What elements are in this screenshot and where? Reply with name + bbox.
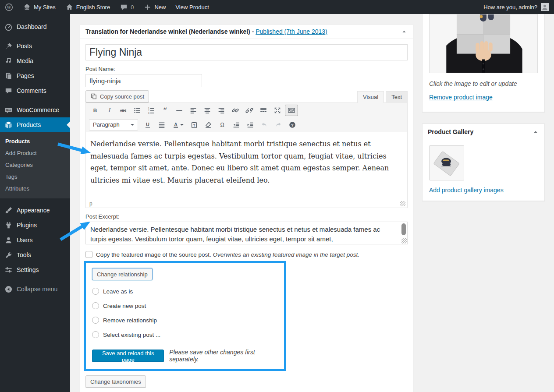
horizontal-rule-button[interactable] <box>173 105 186 116</box>
site-name[interactable]: English Store <box>60 0 115 14</box>
submenu-item-categories[interactable]: Categories <box>0 159 70 171</box>
scrollbar-thumb[interactable] <box>401 223 406 235</box>
sidebar-item-tools[interactable]: Tools <box>0 247 70 262</box>
submenu-item-tags[interactable]: Tags <box>0 171 70 183</box>
indent-button[interactable] <box>244 119 257 131</box>
wordpress-logo[interactable]: W <box>0 0 18 14</box>
sidebar-item-posts[interactable]: Posts <box>0 39 70 53</box>
title-input[interactable] <box>85 44 408 60</box>
submenu-item-products[interactable]: Products <box>0 135 70 147</box>
collapse-panel-icon[interactable] <box>401 28 408 35</box>
settings-icon <box>4 266 13 274</box>
editor-content[interactable]: Nederlandse versie. Pellentesque habitan… <box>86 132 407 199</box>
sidebar-item-users[interactable]: Users <box>0 233 70 247</box>
link-button[interactable] <box>229 105 242 116</box>
link-icon <box>231 106 239 114</box>
italic-button[interactable]: I <box>103 105 116 116</box>
gallery-thumbnail[interactable] <box>429 145 464 180</box>
svg-text:“: “ <box>163 106 167 114</box>
underline-button[interactable]: U <box>141 119 154 131</box>
post-excerpt-textarea[interactable]: Nederlandse versie. Pellentesque habitan… <box>85 222 408 244</box>
bold-button[interactable]: B <box>89 105 102 116</box>
remove-product-image-link[interactable]: Remove product image <box>429 94 493 101</box>
new-content[interactable]: New <box>138 0 170 14</box>
sidebar-item-appearance[interactable]: Appearance <box>0 203 70 218</box>
sidebar-item-settings[interactable]: Settings <box>0 262 70 277</box>
horizontal-rule-icon <box>175 106 183 114</box>
text-color-button[interactable]: A <box>169 119 187 131</box>
comments-shortcut-label: 0 <box>131 4 134 11</box>
comments-icon <box>4 87 13 95</box>
copy-source-post-button[interactable]: Copy source post <box>85 90 149 102</box>
blockquote-button[interactable]: “ <box>159 105 172 116</box>
sidebar-item-dashboard[interactable]: Dashboard <box>0 19 70 34</box>
relationship-radio-2[interactable] <box>92 317 99 324</box>
change-taxonomies-button[interactable]: Change taxonomies <box>85 375 146 388</box>
collapse-icon <box>4 285 13 293</box>
paste-as-text-button[interactable]: T <box>188 119 201 131</box>
outdent-button[interactable] <box>230 119 243 131</box>
align-right-button[interactable] <box>215 105 228 116</box>
italic-icon: I <box>105 106 113 114</box>
save-and-reload-button[interactable]: Save and reload this page <box>92 350 164 362</box>
unlink-button[interactable] <box>243 105 256 116</box>
sidebar-item-comments[interactable]: Comments <box>0 83 70 98</box>
relationship-radio-3[interactable] <box>92 331 99 338</box>
my-sites-label: My Sites <box>34 4 56 11</box>
justify-button[interactable] <box>155 119 168 131</box>
my-sites[interactable]: My Sites <box>18 0 60 14</box>
bullet-list-button[interactable] <box>131 105 144 116</box>
relationship-section: Change relationship Leave as isCreate ne… <box>84 261 286 371</box>
submenu-item-attributes[interactable]: Attributes <box>0 183 70 194</box>
published-date-link[interactable]: Published (7th June 2013) <box>256 28 327 35</box>
wordpress-icon: W <box>5 3 13 11</box>
excerpt-resize-handle[interactable] <box>401 238 407 244</box>
clear-formatting-button[interactable] <box>202 119 215 131</box>
strikethrough-button[interactable]: ABC <box>117 105 130 116</box>
kitchen-sink-button[interactable] <box>285 105 298 116</box>
more-tag-button[interactable] <box>257 105 270 116</box>
align-left-button[interactable] <box>187 105 200 116</box>
post-name-input[interactable] <box>85 74 202 87</box>
outdent-icon <box>232 121 240 129</box>
comments-shortcut[interactable]: 0 <box>115 0 138 14</box>
tab-text[interactable]: Text <box>386 91 408 103</box>
underline-icon: U <box>144 121 152 129</box>
paragraph-format-select[interactable]: Paragraph <box>89 119 138 131</box>
sidebar-item-products[interactable]: Products <box>0 117 70 132</box>
undo-button[interactable] <box>258 119 271 131</box>
relationship-option-row: Select existing post ... <box>92 331 278 338</box>
fullscreen-button[interactable] <box>271 105 284 116</box>
postbox-title-separator: - <box>250 28 256 35</box>
admin-bar: WMy SitesEnglish Store0NewView Product H… <box>0 0 554 14</box>
help-icon: ? <box>288 121 296 129</box>
sidebar-item-label: Media <box>17 57 33 64</box>
fullscreen-icon <box>273 106 281 114</box>
redo-button[interactable] <box>272 119 285 131</box>
editor-resize-handle[interactable] <box>400 201 405 206</box>
gallery-collapse-icon[interactable] <box>532 128 539 135</box>
relationship-radio-0[interactable] <box>92 288 99 295</box>
undo-icon <box>260 121 268 129</box>
admin-bar-my-account[interactable]: How are you, admin? <box>478 0 554 14</box>
add-gallery-images-link[interactable]: Add product gallery images <box>429 187 504 194</box>
sidebar-item-media[interactable]: Media <box>0 53 70 68</box>
special-character-button[interactable]: Ω <box>216 119 229 131</box>
tab-visual[interactable]: Visual <box>357 91 384 103</box>
submenu-item-add-product[interactable]: Add Product <box>0 147 70 159</box>
sidebar-item-label: Dashboard <box>17 23 47 30</box>
product-featured-image[interactable] <box>429 14 538 73</box>
svg-text:W: W <box>7 5 11 10</box>
numbered-list-button[interactable]: 123 <box>145 105 158 116</box>
sidebar-item-pages[interactable]: Pages <box>0 68 70 83</box>
sidebar-item-collapse-menu[interactable]: Collapse menu <box>0 282 70 297</box>
sidebar-item-plugins[interactable]: Plugins <box>0 218 70 233</box>
relationship-radio-1[interactable] <box>92 302 99 309</box>
copy-featured-image-checkbox[interactable] <box>85 251 92 258</box>
align-center-button[interactable] <box>201 105 214 116</box>
post-excerpt-label: Post Excerpt: <box>85 213 408 220</box>
view-product[interactable]: View Product <box>170 0 213 14</box>
help-button[interactable]: ? <box>286 119 299 131</box>
change-relationship-button[interactable]: Change relationship <box>92 268 153 280</box>
sidebar-item-woocommerce[interactable]: WooWooCommerce <box>0 102 70 117</box>
